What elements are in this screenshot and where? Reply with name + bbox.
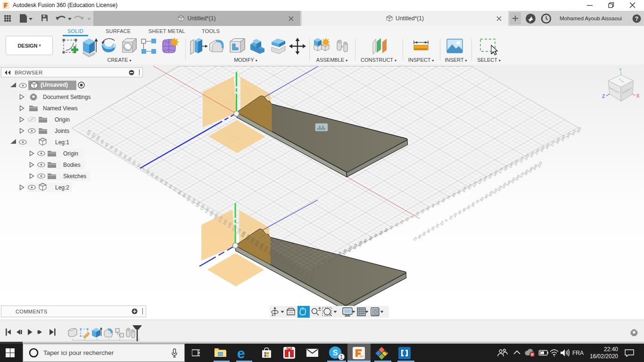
svg-text:?: ? [635, 16, 638, 22]
svg-text:210: 210 [537, 161, 543, 168]
svg-text:0: 0 [444, 219, 449, 222]
svg-text:1: 1 [340, 354, 343, 360]
svg-text:S: S [333, 349, 338, 357]
svg-text:Z: Z [602, 94, 605, 99]
svg-text:X: X [636, 93, 640, 99]
svg-text:360: 360 [360, 355, 364, 358]
svg-text:Y: Y [619, 67, 622, 72]
